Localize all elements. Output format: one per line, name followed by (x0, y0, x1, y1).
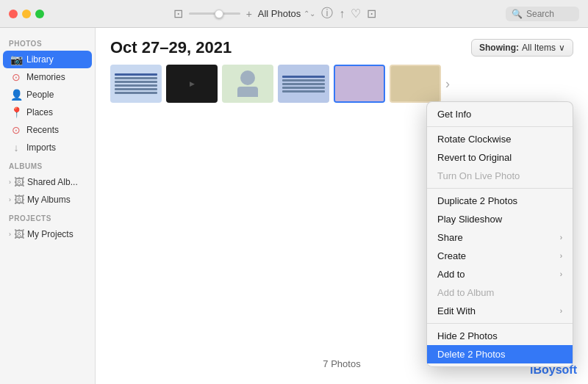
menu-separator-1 (427, 126, 573, 127)
menu-item-duplicate[interactable]: Duplicate 2 Photos (427, 192, 573, 210)
sidebar-item-label: Imports (26, 142, 56, 153)
photo-thumb-5[interactable] (334, 65, 385, 103)
sidebar-item-label: Library (26, 54, 54, 65)
sidebar-item-label: Recents (26, 125, 59, 135)
menu-item-label: Share (437, 232, 463, 243)
crop-icon[interactable]: ⊡ (367, 7, 376, 21)
sidebar-item-recents[interactable]: ⊙ Recents (3, 121, 92, 139)
upload-icon[interactable]: ↑ (339, 7, 345, 21)
sidebar-item-people[interactable]: 👤 People (3, 86, 92, 104)
sidebar-item-imports[interactable]: ↓ Imports (3, 139, 92, 156)
search-box[interactable]: 🔍 (506, 7, 579, 21)
menu-separator-3 (427, 323, 573, 324)
submenu-chevron-icon: › (560, 252, 562, 260)
menu-item-label: Turn On Live Photo (437, 170, 520, 181)
sidebar-item-label: Memories (26, 72, 65, 82)
memories-icon: ⊙ (10, 71, 22, 83)
sidebar: Photos 📷 Library ⊙ Memories 👤 People 📍 P… (0, 28, 96, 384)
chevron-right-icon: › (9, 196, 11, 203)
menu-item-label: Rotate Clockwise (437, 134, 511, 145)
titlebar: ⊡ + All Photos ⌃⌄ ⓘ ↑ ♡ ⊡ 🔍 (0, 0, 588, 28)
photo-thumb-1[interactable] (110, 65, 162, 103)
chevron-right-icon: › (9, 178, 11, 186)
menu-item-label: Add to (437, 269, 465, 280)
submenu-chevron-icon: › (560, 270, 562, 278)
photos-count: 7 Photos (323, 358, 360, 369)
menu-separator-2 (427, 188, 573, 189)
heart-icon[interactable]: ♡ (351, 7, 361, 21)
sidebar-item-label: Shared Alb... (27, 177, 78, 187)
menu-item-add-to-album: Add to Album (427, 283, 573, 302)
places-icon: 📍 (10, 106, 22, 118)
sidebar-item-label: My Projects (27, 229, 74, 239)
photo-thumb-2[interactable]: ▶ (166, 65, 218, 103)
more-photos-indicator: › (445, 65, 460, 103)
menu-item-add-to[interactable]: Add to › (427, 265, 573, 283)
imports-icon: ↓ (10, 142, 22, 153)
zoom-plus-icon: + (246, 8, 252, 20)
menu-item-label: Create (437, 250, 466, 261)
menu-item-label: Add to Album (437, 287, 494, 298)
photo-thumb-6[interactable] (390, 65, 441, 103)
main-content: Oct 27–29, 2021 Showing: All Items ∨ (96, 28, 588, 384)
menu-item-label: Play Slideshow (437, 214, 502, 225)
maximize-button[interactable] (35, 10, 44, 18)
showing-value: All Items (522, 43, 556, 53)
shared-albums-icon: 🖼 (14, 176, 24, 188)
sidebar-group-shared[interactable]: › 🖼 Shared Alb... (3, 173, 92, 191)
minimize-button[interactable] (22, 10, 31, 18)
menu-item-rotate[interactable]: Rotate Clockwise (427, 130, 573, 148)
content-title: Oct 27–29, 2021 (110, 38, 232, 57)
albums-section-label: Albums (0, 156, 95, 173)
sidebar-item-label: Places (26, 107, 53, 117)
library-icon: 📷 (10, 54, 22, 65)
all-photos-selector[interactable]: All Photos ⌃⌄ (258, 8, 316, 19)
menu-item-create[interactable]: Create › (427, 247, 573, 265)
search-input[interactable] (526, 9, 578, 19)
menu-item-delete[interactable]: Delete 2 Photos (427, 345, 573, 363)
menu-item-hide[interactable]: Hide 2 Photos (427, 327, 573, 345)
sidebar-item-memories[interactable]: ⊙ Memories (3, 68, 92, 86)
menu-item-label: Edit With (437, 305, 476, 316)
my-albums-icon: 🖼 (14, 194, 24, 206)
submenu-chevron-icon: › (560, 233, 562, 242)
submenu-chevron-icon: › (560, 307, 562, 315)
sidebar-group-myalbums[interactable]: › 🖼 My Albums (3, 191, 92, 209)
menu-item-label: Revert to Original (437, 152, 512, 163)
my-projects-icon: 🖼 (14, 228, 24, 240)
all-photos-label: All Photos (258, 8, 301, 19)
close-button[interactable] (9, 10, 18, 18)
content-header: Oct 27–29, 2021 Showing: All Items ∨ (96, 28, 588, 65)
showing-label: Showing: (479, 43, 519, 53)
traffic-lights (9, 10, 44, 18)
menu-item-revert[interactable]: Revert to Original (427, 148, 573, 167)
photo-thumb-4[interactable] (278, 65, 329, 103)
sidebar-item-label: My Albums (27, 195, 71, 205)
sidebar-item-label: People (26, 90, 54, 100)
menu-item-edit-with[interactable]: Edit With › (427, 302, 573, 320)
zoom-slider[interactable] (189, 12, 240, 15)
sidebar-group-myprojects[interactable]: › 🖼 My Projects (3, 225, 92, 243)
app-body: Photos 📷 Library ⊙ Memories 👤 People 📍 P… (0, 28, 588, 384)
recents-icon: ⊙ (10, 124, 22, 136)
context-menu: Get Info Rotate Clockwise Revert to Orig… (426, 101, 573, 367)
sidebar-item-places[interactable]: 📍 Places (3, 104, 92, 121)
menu-item-share[interactable]: Share › (427, 228, 573, 247)
showing-button[interactable]: Showing: All Items ∨ (471, 39, 573, 57)
photos-section-label: Photos (0, 34, 95, 51)
chevron-updown-icon: ⌃⌄ (304, 10, 315, 18)
menu-item-get-info[interactable]: Get Info (427, 105, 573, 123)
photo-thumb-3[interactable] (222, 65, 273, 103)
titlebar-center: ⊡ + All Photos ⌃⌄ ⓘ ↑ ♡ ⊡ (50, 6, 500, 21)
menu-item-live-photo: Turn On Live Photo (427, 167, 573, 185)
menu-item-slideshow[interactable]: Play Slideshow (427, 210, 573, 228)
info-icon[interactable]: ⓘ (321, 6, 333, 21)
chevron-right-icon: › (9, 231, 11, 238)
window-icon: ⊡ (173, 7, 183, 21)
menu-item-label: Get Info (437, 109, 471, 120)
search-icon: 🔍 (512, 9, 523, 19)
people-icon: 👤 (10, 89, 22, 101)
menu-item-label: Delete 2 Photos (437, 349, 506, 360)
sidebar-item-library[interactable]: 📷 Library (3, 51, 92, 68)
menu-item-label: Duplicate 2 Photos (437, 195, 517, 206)
